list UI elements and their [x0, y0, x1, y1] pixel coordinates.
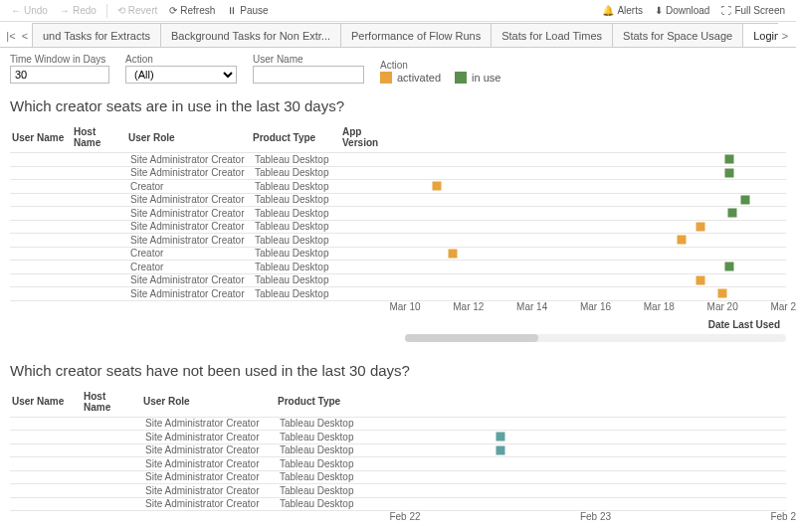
- col-header: User Name: [10, 124, 72, 153]
- tab-2[interactable]: Performance of Flow Runs: [340, 23, 492, 47]
- time-window-label: Time Window in Days: [10, 54, 109, 65]
- legend-activated[interactable]: activated: [380, 72, 441, 84]
- undo-icon: ←: [11, 5, 21, 16]
- col-header: Host Name: [72, 124, 126, 153]
- download-icon: ⬇: [655, 5, 663, 16]
- chart1-table: User NameHost NameUser RoleProduct TypeA…: [10, 124, 786, 301]
- table-row[interactable]: Site Administrator CreatorTableau Deskto…: [10, 207, 786, 221]
- data-marker[interactable]: [696, 275, 704, 284]
- axis-tick: Feb 23: [580, 511, 611, 522]
- table-row[interactable]: Site Administrator CreatorTableau Deskto…: [10, 470, 786, 484]
- data-marker[interactable]: [727, 209, 736, 218]
- data-marker[interactable]: [432, 182, 441, 191]
- data-marker[interactable]: [696, 222, 704, 231]
- data-marker[interactable]: [718, 289, 727, 298]
- table-row[interactable]: CreatorTableau Desktop: [10, 180, 786, 194]
- tabs-scroll-start[interactable]: |<: [4, 25, 18, 47]
- axis-tick: Mar 10: [389, 301, 420, 312]
- table-row[interactable]: Site Administrator CreatorTableau Deskto…: [10, 220, 786, 234]
- download-label: Download: [666, 5, 709, 16]
- redo-icon: →: [60, 5, 70, 16]
- chart2-x-axis: Feb 22Feb 23Feb 24: [405, 511, 786, 525]
- data-marker[interactable]: [496, 445, 504, 454]
- username-filter-label: User Name: [253, 54, 364, 65]
- refresh-button[interactable]: ⟳ Refresh: [164, 3, 220, 18]
- revert-label: Revert: [128, 5, 157, 16]
- tabs-scroll-right[interactable]: >: [778, 25, 792, 47]
- alerts-label: Alerts: [617, 5, 643, 16]
- chart2-section: Which creator seats have not been used i…: [0, 358, 796, 533]
- data-marker[interactable]: [724, 168, 733, 177]
- legend-activated-label: activated: [397, 72, 441, 84]
- action-filter-label: Action: [125, 54, 237, 65]
- col-header: Host Name: [82, 389, 141, 418]
- legend-label: Action: [380, 60, 500, 71]
- tab-1[interactable]: Background Tasks for Non Extr...: [160, 23, 341, 47]
- data-marker[interactable]: [448, 249, 457, 258]
- col-header: App Version: [340, 124, 405, 153]
- table-row[interactable]: Site Administrator CreatorTableau Deskto…: [10, 431, 786, 444]
- data-marker[interactable]: [724, 263, 733, 271]
- data-marker[interactable]: [496, 433, 504, 442]
- data-marker[interactable]: [677, 236, 686, 245]
- data-marker[interactable]: [724, 155, 733, 164]
- table-row[interactable]: Site Administrator CreatorTableau Deskto…: [10, 193, 786, 207]
- table-row[interactable]: Site Administrator CreatorTableau Deskto…: [10, 484, 786, 498]
- fullscreen-button[interactable]: ⛶ Full Screen: [716, 3, 790, 18]
- axis-tick: Mar 16: [580, 301, 611, 312]
- table-row[interactable]: Site Administrator CreatorTableau Deskto…: [10, 417, 786, 431]
- toolbar: ← Undo → Redo ⟲ Revert ⟳ Refresh ⏸ Pause…: [0, 0, 796, 22]
- filter-bar: Time Window in Days Action (All) User Na…: [0, 48, 796, 93]
- chart1-scrollbar[interactable]: [405, 334, 786, 342]
- username-filter-input[interactable]: [253, 66, 364, 84]
- table-row[interactable]: Site Administrator CreatorTableau Deskto…: [10, 443, 786, 457]
- axis-tick: Mar 20: [707, 301, 738, 312]
- col-header: User Role: [141, 389, 276, 418]
- tab-4[interactable]: Stats for Space Usage: [612, 23, 743, 47]
- legend-inuse-label: in use: [472, 72, 500, 84]
- chart2-table: User NameHost NameUser RoleProduct Type …: [10, 389, 786, 512]
- download-button[interactable]: ⬇ Download: [650, 3, 714, 18]
- alerts-button[interactable]: 🔔 Alerts: [597, 3, 648, 18]
- revert-button[interactable]: ⟲ Revert: [112, 3, 162, 18]
- action-filter-select[interactable]: (All): [125, 66, 237, 84]
- tabs-scroll-left[interactable]: <: [18, 25, 32, 47]
- axis-tick: Mar 22: [770, 301, 796, 312]
- revert-icon: ⟲: [117, 5, 125, 16]
- table-row[interactable]: Site Administrator CreatorTableau Deskto…: [10, 153, 786, 167]
- axis-tick: Mar 14: [516, 301, 547, 312]
- table-row[interactable]: Site Administrator CreatorTableau Deskto…: [10, 457, 786, 471]
- data-marker[interactable]: [740, 195, 749, 204]
- redo-label: Redo: [73, 5, 97, 16]
- table-row[interactable]: Site Administrator CreatorTableau Deskto…: [10, 234, 786, 248]
- time-window-input[interactable]: [10, 66, 109, 84]
- col-header: User Role: [126, 124, 251, 153]
- tab-3[interactable]: Stats for Load Times: [491, 23, 613, 47]
- undo-button[interactable]: ← Undo: [6, 3, 53, 18]
- pause-icon: ⏸: [227, 5, 237, 16]
- bell-icon: 🔔: [602, 5, 614, 16]
- table-row[interactable]: CreatorTableau Desktop: [10, 261, 786, 274]
- axis-tick: Feb 22: [389, 511, 420, 522]
- sheet-tabs: |< < und Tasks for ExtractsBackground Ta…: [0, 22, 796, 48]
- tab-5[interactable]: Login Based License Usage: [742, 23, 778, 47]
- fullscreen-icon: ⛶: [721, 5, 731, 16]
- chart1-axis-label: Date Last Used: [405, 319, 786, 330]
- chart1-title: Which creator seats are in use in the la…: [10, 97, 786, 114]
- tab-0[interactable]: und Tasks for Extracts: [32, 23, 161, 47]
- legend-inuse[interactable]: in use: [455, 72, 500, 84]
- axis-tick: Feb 24: [770, 511, 796, 522]
- table-row[interactable]: Site Administrator CreatorTableau Deskto…: [10, 273, 786, 287]
- chart1-x-axis: Mar 10Mar 12Mar 14Mar 16Mar 18Mar 20Mar …: [405, 301, 786, 315]
- axis-tick: Mar 12: [453, 301, 484, 312]
- pause-button[interactable]: ⏸ Pause: [222, 3, 273, 18]
- legend-inuse-swatch: [455, 72, 467, 84]
- fullscreen-label: Full Screen: [734, 5, 785, 16]
- table-row[interactable]: CreatorTableau Desktop: [10, 247, 786, 261]
- table-row[interactable]: Site Administrator CreatorTableau Deskto…: [10, 497, 786, 511]
- table-row[interactable]: Site Administrator CreatorTableau Deskto…: [10, 166, 786, 180]
- redo-button[interactable]: → Redo: [55, 3, 101, 18]
- col-header: User Name: [10, 389, 82, 418]
- col-header: Product Type: [251, 124, 340, 153]
- table-row[interactable]: Site Administrator CreatorTableau Deskto…: [10, 287, 786, 301]
